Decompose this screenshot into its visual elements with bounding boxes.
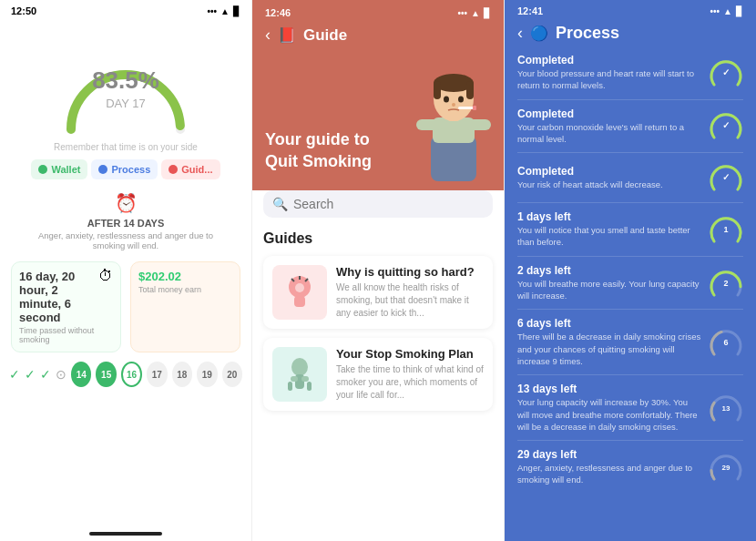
home-indicator-1 <box>89 532 162 536</box>
svg-text:6: 6 <box>723 338 728 347</box>
tab-guide[interactable]: Guid... <box>161 159 220 179</box>
process-status-7: 29 days left <box>517 448 701 461</box>
guide-card-desc-0: We all know the health risks of smoking,… <box>336 281 484 320</box>
hero-figure <box>404 63 504 190</box>
after-title: AFTER 14 DAYS <box>87 218 165 229</box>
guide-info-0: Why is quitting so hard? We all know the… <box>336 265 484 320</box>
svg-rect-13 <box>473 106 476 110</box>
guide-thumb-0 <box>272 265 327 320</box>
progress-gauge: 83.5% DAY 17 <box>53 29 199 138</box>
svg-text:1: 1 <box>723 225 728 234</box>
svg-text:✓: ✓ <box>722 172 730 182</box>
guides-title: Guides <box>263 230 493 247</box>
process-item-4: 2 days left You will breathe more easily… <box>517 264 743 302</box>
process-item-0: Completed Your blood pressure and heart … <box>517 54 743 92</box>
svg-text:29: 29 <box>722 464 730 472</box>
time-stat-card: ⏱ 16 day, 20 hour, 2 minute, 6 second Ti… <box>11 261 121 352</box>
svg-rect-3 <box>464 119 491 130</box>
stats-row: ⏱ 16 day, 20 hour, 2 minute, 6 second Ti… <box>0 261 251 352</box>
back-button-3[interactable]: ‹ <box>517 24 523 43</box>
guide-card-1[interactable]: Your Stop Smoking Plan Take the time to … <box>263 338 493 411</box>
svg-point-11 <box>452 103 455 107</box>
check-icon-4: ⊙ <box>56 367 66 382</box>
svg-rect-25 <box>307 382 312 391</box>
panel2-header: 12:46 ••• ▲ ▊ ‹ 📕 Guide <box>252 0 504 54</box>
tab-guide-label: Guid... <box>181 164 212 175</box>
status-icons-3: ••• ▲ ▊ <box>710 5 743 16</box>
p2-nav-icon: 📕 <box>278 26 296 44</box>
svg-text:✓: ✓ <box>722 120 730 130</box>
svg-rect-7 <box>434 81 441 99</box>
svg-point-10 <box>458 97 464 103</box>
process-status-1: Completed <box>517 107 701 120</box>
gauge-subtitle: Remember that time is on your side <box>36 142 216 152</box>
check-icon-2: ✓ <box>25 367 36 382</box>
tab-process[interactable]: Process <box>91 159 158 179</box>
wallet-dot-icon <box>38 165 47 174</box>
svg-rect-22 <box>291 376 298 382</box>
process-list: Completed Your blood pressure and heart … <box>505 50 756 541</box>
panel-home: 12:50 ••• ▲ ▊ 83.5% DAY 17 Remember that… <box>0 0 252 541</box>
time-2: 12:46 <box>265 7 291 18</box>
check-icon-3: ✓ <box>40 367 51 382</box>
svg-rect-15 <box>294 296 305 307</box>
guide-info-1: Your Stop Smoking Plan Take the time to … <box>336 347 484 402</box>
p2-hero: Your guide toQuit Smoking <box>252 54 504 190</box>
process-item-3: 1 days left You will notice that you sme… <box>517 210 743 249</box>
status-bar-3: 12:41 ••• ▲ ▊ <box>505 0 756 20</box>
process-status-6: 13 days left <box>517 383 701 395</box>
tab-process-label: Process <box>111 164 150 175</box>
gauge-percent: 83.5% <box>92 66 159 95</box>
tab-wallet-label: Wallet <box>51 164 80 175</box>
process-desc-5: There will be a decrease in daily smokin… <box>517 331 701 367</box>
clock-icon: ⏱ <box>98 268 113 284</box>
process-desc-6: Your lung capacity will increase by 30%.… <box>517 396 701 433</box>
process-status-5: 6 days left <box>517 317 701 330</box>
back-button-2[interactable]: ‹ <box>265 26 271 45</box>
svg-point-19 <box>295 283 304 292</box>
process-item-1: Completed Your carbon monoxide leve's wi… <box>517 107 743 146</box>
wifi-icon: ▲ <box>220 6 230 16</box>
process-desc-3: You will notice that you smell and taste… <box>517 224 701 249</box>
status-bar-2: 12:46 ••• ▲ ▊ <box>265 5 491 20</box>
process-desc-4: You will breathe more easily. Your lung … <box>517 278 701 302</box>
svg-rect-8 <box>466 81 474 99</box>
battery-icon-2: ▊ <box>484 8 491 18</box>
tab-wallet[interactable]: Wallet <box>31 159 87 179</box>
svg-rect-21 <box>295 374 304 389</box>
p3-nav: ‹ 🔵 Process <box>505 20 756 50</box>
search-input[interactable] <box>293 197 484 211</box>
guide-dot-icon <box>169 165 178 174</box>
process-item-5: 6 days left There will be a decrease in … <box>517 317 743 367</box>
time-label: Time passed without smoking <box>19 326 113 344</box>
process-status-2: Completed <box>517 165 701 178</box>
svg-text:13: 13 <box>722 404 730 413</box>
status-bar-1: 12:50 ••• ▲ ▊ <box>0 0 251 22</box>
time-3: 12:41 <box>517 5 543 16</box>
process-status-4: 2 days left <box>517 264 701 277</box>
cal-day-18: 18 <box>172 362 192 387</box>
signal-icon-2: ••• <box>458 8 468 18</box>
process-dot-icon <box>98 165 107 174</box>
p2-title: Guide <box>303 26 347 45</box>
svg-point-9 <box>444 97 449 103</box>
p3-title: Process <box>556 24 619 43</box>
after-section: ⏰ AFTER 14 DAYS Anger, anxiety, restless… <box>0 192 251 250</box>
check-icon-1: ✓ <box>9 367 20 382</box>
process-status-3: 1 days left <box>517 210 701 223</box>
guide-card-title-0: Why is quitting so hard? <box>336 265 484 279</box>
search-icon: 🔍 <box>272 197 288 211</box>
cal-day-14: 14 <box>71 362 91 387</box>
process-desc-2: Your risk of heart attack will decrease. <box>517 179 701 190</box>
cal-day-20: 20 <box>222 362 242 387</box>
guide-card-0[interactable]: Why is quitting so hard? We all know the… <box>263 256 493 329</box>
guide-card-desc-1: Take the time to think of what kind of s… <box>336 363 484 402</box>
search-box[interactable]: 🔍 <box>263 190 493 218</box>
svg-rect-24 <box>288 382 292 391</box>
svg-point-20 <box>291 358 308 376</box>
money-value: $202.02 <box>138 270 232 283</box>
calendar-row: ✓ ✓ ✓ ⊙ 14 15 16 17 18 19 20 <box>0 362 251 387</box>
svg-rect-12 <box>458 107 475 109</box>
after-desc: Anger, anxiety, restlessness and anger d… <box>0 230 251 250</box>
process-item-6: 13 days left Your lung capacity will inc… <box>517 383 743 433</box>
